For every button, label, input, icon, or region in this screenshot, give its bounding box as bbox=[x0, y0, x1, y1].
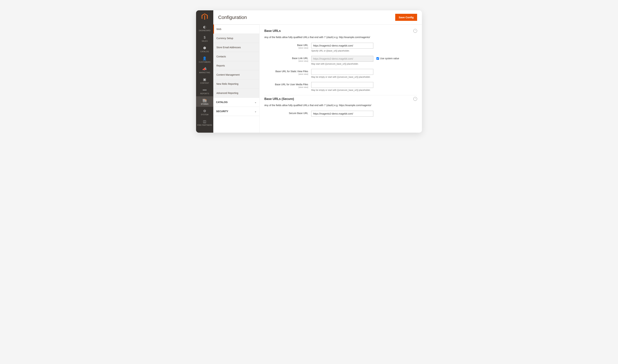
field-base-url-media: Base URL for User Media Files [store vie… bbox=[264, 82, 417, 91]
nav-catalog[interactable]: ⬢CATALOG bbox=[196, 44, 213, 54]
magento-logo[interactable] bbox=[196, 10, 213, 23]
collapse-icon[interactable]: ⌃ bbox=[413, 97, 417, 101]
chevron-down-icon: ⌄ bbox=[255, 110, 257, 113]
admin-window: ◐DASHBOARD $SALES ⬢CATALOG 👤CUSTOMERS 📣M… bbox=[196, 10, 422, 133]
nav-system[interactable]: ⚙SYSTEM bbox=[196, 107, 213, 117]
collapse-icon[interactable]: ⌃ bbox=[413, 29, 417, 33]
body: Web Currency Setup Store Email Addresses… bbox=[213, 25, 422, 133]
sidebar-item-contacts[interactable]: Contacts bbox=[213, 52, 259, 61]
save-config-button[interactable]: Save Config bbox=[395, 14, 417, 21]
nav-customers[interactable]: 👤CUSTOMERS bbox=[196, 54, 213, 65]
sidebar-item-reports[interactable]: Reports bbox=[213, 61, 259, 70]
media-url-input[interactable] bbox=[311, 82, 373, 88]
base-url-input[interactable] bbox=[311, 43, 373, 49]
cube-icon: ⬢ bbox=[203, 46, 206, 50]
static-url-input[interactable] bbox=[311, 69, 373, 75]
field-base-url-static: Base URL for Static View Files [store vi… bbox=[264, 69, 417, 78]
helper-text: Any of the fields allow fully qualified … bbox=[264, 103, 417, 111]
fieldset-title: Base URLs bbox=[264, 29, 281, 33]
checkbox-label: Use system value bbox=[380, 57, 399, 60]
sidebar-section-label: CATALOG bbox=[216, 101, 228, 104]
sidebar-item-new-relic[interactable]: New Relic Reporting bbox=[213, 79, 259, 88]
nav-marketing[interactable]: 📣MARKETING bbox=[196, 65, 213, 75]
field-scope: [store view] bbox=[264, 73, 308, 75]
layout-icon: ▣ bbox=[203, 78, 206, 81]
config-sidebar: Web Currency Setup Store Email Addresses… bbox=[213, 25, 260, 133]
field-label: Base URL bbox=[264, 44, 308, 47]
helper-text: Any of the fields allow fully qualified … bbox=[264, 35, 417, 43]
dollar-icon: $ bbox=[204, 36, 206, 39]
gauge-icon: ◐ bbox=[203, 25, 206, 29]
megaphone-icon: 📣 bbox=[202, 67, 207, 71]
content: Base URLs ⌃ Any of the fields allow full… bbox=[260, 25, 422, 133]
sidebar-section-label: SECURITY bbox=[216, 110, 228, 113]
sidebar-section-catalog[interactable]: CATALOG ⌄ bbox=[213, 98, 259, 107]
gear-icon: ⚙ bbox=[203, 109, 206, 113]
storefront-icon: 🏬 bbox=[202, 99, 207, 102]
sidebar-item-content-management[interactable]: Content Management bbox=[213, 70, 259, 79]
sidebar-item-web[interactable]: Web bbox=[213, 25, 259, 34]
fieldset-base-urls-secure[interactable]: Base URLs (Secure) ⌃ bbox=[264, 95, 417, 103]
fieldset-base-urls[interactable]: Base URLs ⌃ bbox=[264, 27, 417, 35]
admin-nav: ◐DASHBOARD $SALES ⬢CATALOG 👤CUSTOMERS 📣M… bbox=[196, 10, 213, 133]
main: Configuration Save Config Web Currency S… bbox=[213, 10, 422, 133]
secure-base-url-input[interactable] bbox=[311, 111, 373, 117]
field-label: Base URL for User Media Files bbox=[264, 83, 308, 86]
nav-partners[interactable]: ◫FIND PARTNERS bbox=[196, 117, 213, 128]
field-scope: [store view] bbox=[264, 86, 308, 88]
page-title: Configuration bbox=[218, 15, 247, 20]
field-note: May be empty or start with {{unsecure_ba… bbox=[311, 89, 373, 91]
field-base-link-url: Base Link URL [store view] May start wit… bbox=[264, 56, 417, 65]
base-link-url-input bbox=[311, 56, 373, 62]
field-scope: [store view] bbox=[264, 47, 308, 49]
sidebar-item-advanced-reporting[interactable]: Advanced Reporting bbox=[213, 88, 259, 98]
field-scope: [store view] bbox=[264, 60, 308, 62]
blocks-icon: ◫ bbox=[203, 120, 206, 123]
use-system-value-input[interactable] bbox=[376, 57, 379, 60]
field-base-url: Base URL [store view] Specify URL or {{b… bbox=[264, 43, 417, 52]
fieldset-title: Base URLs (Secure) bbox=[264, 97, 294, 101]
sidebar-section-stub bbox=[213, 116, 259, 121]
field-secure-base-url: Secure Base URL bbox=[264, 111, 417, 117]
sidebar-item-currency-setup[interactable]: Currency Setup bbox=[213, 34, 259, 43]
field-note: May be empty or start with {{unsecure_ba… bbox=[311, 76, 373, 78]
bars-icon: ▪▪▪ bbox=[203, 88, 207, 92]
nav-reports[interactable]: ▪▪▪REPORTS bbox=[196, 86, 213, 96]
field-label: Secure Base URL bbox=[264, 112, 308, 115]
field-label: Base URL for Static View Files bbox=[264, 70, 308, 73]
nav-stores[interactable]: 🏬STORES bbox=[196, 96, 213, 107]
person-icon: 👤 bbox=[202, 57, 207, 60]
nav-sales[interactable]: $SALES bbox=[196, 33, 213, 44]
field-label: Base Link URL bbox=[264, 57, 308, 60]
sidebar-section-security[interactable]: SECURITY ⌄ bbox=[213, 107, 259, 116]
sidebar-item-store-email[interactable]: Store Email Addresses bbox=[213, 43, 259, 52]
nav-dashboard[interactable]: ◐DASHBOARD bbox=[196, 23, 213, 33]
use-system-value-checkbox[interactable]: Use system value bbox=[373, 56, 399, 60]
chevron-down-icon: ⌄ bbox=[255, 101, 257, 104]
field-note: May start with {{unsecure_base_url}} pla… bbox=[311, 63, 373, 65]
page-header: Configuration Save Config bbox=[213, 10, 422, 25]
field-note: Specify URL or {{base_url}} placeholder. bbox=[311, 50, 373, 52]
nav-content[interactable]: ▣CONTENT bbox=[196, 75, 213, 86]
